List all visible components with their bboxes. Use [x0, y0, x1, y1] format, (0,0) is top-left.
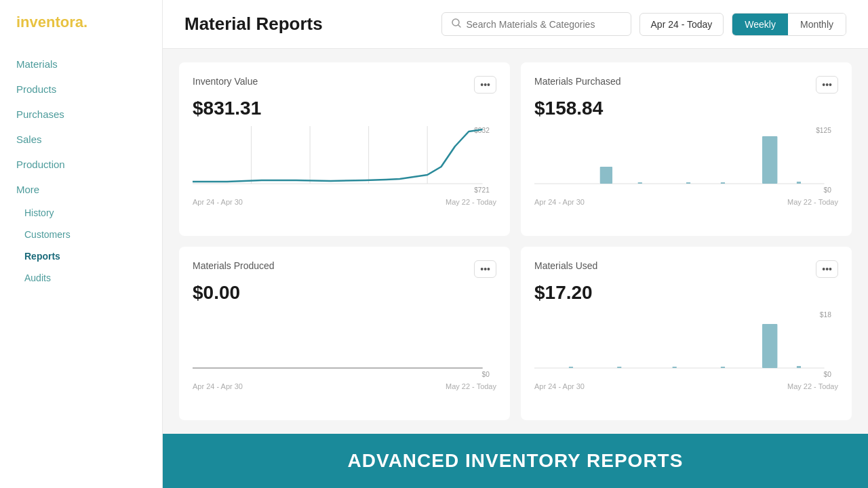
page-title: Material Reports	[184, 14, 323, 35]
sidebar-sub-label-customers: Customers	[24, 229, 71, 240]
chart-inventory: $832 $721 Apr 24 - Apr 30 May 22 - Today	[193, 126, 496, 225]
sidebar: inventora. Materials Products Purchases …	[0, 0, 163, 488]
sidebar-label-sales: Sales	[16, 134, 42, 145]
svg-rect-14	[638, 182, 642, 184]
chart-date-left-inventory: Apr 24 - Apr 30	[193, 198, 243, 206]
sidebar-label-purchases: Purchases	[16, 108, 64, 120]
search-icon	[452, 18, 461, 30]
sidebar-sub-label-reports: Reports	[24, 251, 60, 262]
dots-icon: •••	[480, 79, 490, 90]
card-title-produced: Materials Produced	[193, 260, 275, 271]
main-content: Material Reports Apr 24 - Today Weekly M…	[163, 0, 868, 488]
dots-icon-purchased: •••	[822, 79, 832, 90]
chart-used: $18 $0 Apr 24 - Apr 30 May 22 - Today	[534, 310, 838, 409]
card-value-purchased: $158.84	[534, 98, 838, 119]
logo-text: inventora	[16, 14, 83, 30]
chart-date-right-purchased: May 22 - Today	[787, 198, 838, 206]
logo-dot: .	[83, 14, 87, 30]
card-title-inventory: Inventory Value	[193, 76, 258, 87]
sidebar-sub-history[interactable]: History	[0, 202, 162, 224]
monthly-toggle[interactable]: Monthly	[788, 14, 846, 35]
sidebar-label-materials: Materials	[16, 58, 58, 70]
svg-line-1	[458, 25, 460, 27]
header-controls: Apr 24 - Today Weekly Monthly	[441, 12, 846, 36]
period-toggle: Weekly Monthly	[732, 13, 846, 36]
card-value-inventory: $831.31	[193, 98, 496, 119]
search-input[interactable]	[467, 19, 621, 30]
footer-banner: ADVANCED INVENTORY REPORTS	[163, 434, 868, 488]
sidebar-sub-audits[interactable]: Audits	[0, 267, 162, 289]
card-header-purchased: Materials Purchased •••	[534, 76, 838, 94]
chart-date-left-produced: Apr 24 - Apr 30	[193, 382, 243, 390]
dots-icon-used: •••	[822, 264, 832, 274]
card-menu-produced[interactable]: •••	[474, 260, 496, 278]
card-title-purchased: Materials Purchased	[534, 76, 621, 87]
svg-rect-25	[569, 367, 573, 368]
chart-purchased: $125 $0 Apr 24 - Apr 30 May 22 - Today	[534, 126, 838, 225]
card-value-used: $17.20	[534, 282, 838, 304]
sidebar-label-production: Production	[16, 159, 65, 170]
logo: inventora.	[0, 14, 162, 52]
svg-text:$125: $125	[816, 127, 831, 134]
svg-rect-27	[673, 367, 677, 368]
svg-rect-26	[617, 367, 621, 368]
card-menu-used[interactable]: •••	[816, 260, 838, 278]
sidebar-item-production[interactable]: Production	[0, 152, 162, 177]
weekly-toggle[interactable]: Weekly	[732, 14, 788, 35]
svg-text:$18: $18	[820, 311, 831, 319]
card-materials-produced: Materials Produced ••• $0.00 $0 Apr 24 -…	[179, 247, 510, 420]
card-menu-purchased[interactable]: •••	[816, 76, 838, 94]
card-title-used: Materials Used	[534, 260, 597, 271]
card-inventory-value: Inventory Value ••• $831.31 $832 $721	[179, 62, 510, 236]
svg-text:$0: $0	[481, 371, 490, 378]
card-header-produced: Materials Produced •••	[193, 260, 496, 278]
sidebar-item-products[interactable]: Products	[0, 77, 162, 102]
svg-rect-17	[797, 182, 801, 184]
cards-grid: Inventory Value ••• $831.31 $832 $721	[163, 49, 868, 434]
svg-text:$0: $0	[823, 186, 831, 194]
svg-rect-28	[721, 367, 725, 368]
chart-produced: $0 Apr 24 - Apr 30 May 22 - Today	[193, 310, 496, 409]
search-box[interactable]	[441, 12, 631, 36]
svg-rect-12	[600, 167, 612, 184]
svg-rect-13	[762, 136, 777, 184]
card-materials-used: Materials Used ••• $17.20 $18 $0	[521, 247, 852, 420]
chart-date-right-used: May 22 - Today	[787, 382, 838, 390]
sidebar-sub-customers[interactable]: Customers	[0, 224, 162, 245]
chart-date-left-purchased: Apr 24 - Apr 30	[534, 198, 585, 206]
svg-text:$0: $0	[823, 371, 831, 378]
card-value-produced: $0.00	[193, 282, 496, 304]
card-menu-inventory[interactable]: •••	[474, 76, 496, 94]
chart-date-left-used: Apr 24 - Apr 30	[534, 382, 585, 390]
sidebar-label-products: Products	[16, 83, 56, 95]
sidebar-item-sales[interactable]: Sales	[0, 127, 162, 152]
date-range-button[interactable]: Apr 24 - Today	[639, 13, 724, 36]
chart-date-right-produced: May 22 - Today	[446, 382, 496, 390]
sidebar-item-materials[interactable]: Materials	[0, 52, 162, 77]
svg-rect-29	[797, 366, 801, 368]
sidebar-sub-reports[interactable]: Reports	[0, 245, 162, 267]
svg-text:$721: $721	[474, 186, 490, 194]
card-header-used: Materials Used •••	[534, 260, 838, 278]
header: Material Reports Apr 24 - Today Weekly M…	[163, 0, 868, 49]
card-materials-purchased: Materials Purchased ••• $158.84 $125 $0	[521, 62, 852, 236]
card-header-inventory: Inventory Value •••	[193, 76, 496, 94]
sidebar-item-more[interactable]: More	[0, 177, 162, 202]
svg-rect-16	[721, 182, 725, 184]
chart-date-right-inventory: May 22 - Today	[446, 198, 496, 206]
dots-icon-produced: •••	[480, 264, 490, 274]
sidebar-label-more: More	[16, 184, 39, 195]
sidebar-item-purchases[interactable]: Purchases	[0, 102, 162, 127]
sidebar-sub-label-audits: Audits	[24, 272, 51, 283]
svg-rect-15	[686, 182, 690, 184]
sidebar-sub-label-history: History	[24, 207, 54, 218]
svg-rect-24	[762, 324, 777, 368]
banner-text: ADVANCED INVENTORY REPORTS	[348, 450, 684, 472]
